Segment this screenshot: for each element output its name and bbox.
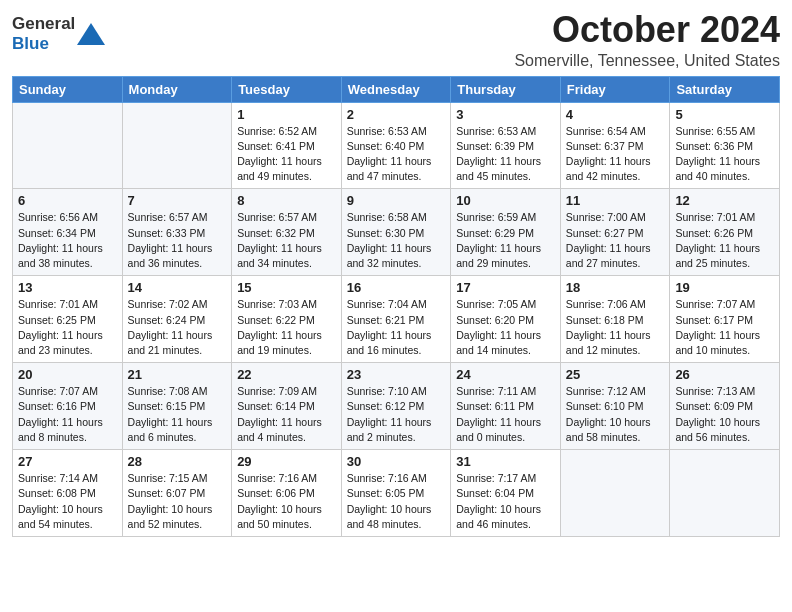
day-info: Sunrise: 6:52 AMSunset: 6:41 PMDaylight:… xyxy=(237,124,336,185)
day-info: Sunrise: 6:53 AMSunset: 6:40 PMDaylight:… xyxy=(347,124,446,185)
table-row: 27Sunrise: 7:14 AMSunset: 6:08 PMDayligh… xyxy=(13,450,123,537)
table-row: 23Sunrise: 7:10 AMSunset: 6:12 PMDayligh… xyxy=(341,363,451,450)
day-info: Sunrise: 7:09 AMSunset: 6:14 PMDaylight:… xyxy=(237,384,336,445)
calendar-header-row: Sunday Monday Tuesday Wednesday Thursday… xyxy=(13,76,780,102)
calendar-week-row: 6Sunrise: 6:56 AMSunset: 6:34 PMDaylight… xyxy=(13,189,780,276)
day-info: Sunrise: 7:15 AMSunset: 6:07 PMDaylight:… xyxy=(128,471,227,532)
day-number: 13 xyxy=(18,280,117,295)
table-row: 17Sunrise: 7:05 AMSunset: 6:20 PMDayligh… xyxy=(451,276,561,363)
day-number: 21 xyxy=(128,367,227,382)
day-info: Sunrise: 7:12 AMSunset: 6:10 PMDaylight:… xyxy=(566,384,665,445)
table-row: 5Sunrise: 6:55 AMSunset: 6:36 PMDaylight… xyxy=(670,102,780,189)
title-block: October 2024 Somerville, Tennessee, Unit… xyxy=(514,10,780,70)
day-info: Sunrise: 6:57 AMSunset: 6:32 PMDaylight:… xyxy=(237,210,336,271)
logo: General Blue xyxy=(12,14,105,53)
day-info: Sunrise: 7:07 AMSunset: 6:16 PMDaylight:… xyxy=(18,384,117,445)
day-info: Sunrise: 6:53 AMSunset: 6:39 PMDaylight:… xyxy=(456,124,555,185)
day-number: 15 xyxy=(237,280,336,295)
table-row xyxy=(670,450,780,537)
day-number: 3 xyxy=(456,107,555,122)
weekday-saturday: Saturday xyxy=(670,76,780,102)
day-number: 23 xyxy=(347,367,446,382)
table-row: 29Sunrise: 7:16 AMSunset: 6:06 PMDayligh… xyxy=(232,450,342,537)
table-row: 8Sunrise: 6:57 AMSunset: 6:32 PMDaylight… xyxy=(232,189,342,276)
day-info: Sunrise: 7:08 AMSunset: 6:15 PMDaylight:… xyxy=(128,384,227,445)
day-number: 29 xyxy=(237,454,336,469)
day-number: 14 xyxy=(128,280,227,295)
day-number: 28 xyxy=(128,454,227,469)
table-row: 18Sunrise: 7:06 AMSunset: 6:18 PMDayligh… xyxy=(560,276,670,363)
day-number: 26 xyxy=(675,367,774,382)
table-row: 22Sunrise: 7:09 AMSunset: 6:14 PMDayligh… xyxy=(232,363,342,450)
day-number: 18 xyxy=(566,280,665,295)
weekday-monday: Monday xyxy=(122,76,232,102)
day-info: Sunrise: 6:59 AMSunset: 6:29 PMDaylight:… xyxy=(456,210,555,271)
table-row: 14Sunrise: 7:02 AMSunset: 6:24 PMDayligh… xyxy=(122,276,232,363)
day-number: 1 xyxy=(237,107,336,122)
day-number: 5 xyxy=(675,107,774,122)
table-row: 24Sunrise: 7:11 AMSunset: 6:11 PMDayligh… xyxy=(451,363,561,450)
table-row: 9Sunrise: 6:58 AMSunset: 6:30 PMDaylight… xyxy=(341,189,451,276)
table-row: 7Sunrise: 6:57 AMSunset: 6:33 PMDaylight… xyxy=(122,189,232,276)
day-info: Sunrise: 7:02 AMSunset: 6:24 PMDaylight:… xyxy=(128,297,227,358)
calendar-week-row: 20Sunrise: 7:07 AMSunset: 6:16 PMDayligh… xyxy=(13,363,780,450)
day-number: 20 xyxy=(18,367,117,382)
table-row: 11Sunrise: 7:00 AMSunset: 6:27 PMDayligh… xyxy=(560,189,670,276)
day-number: 24 xyxy=(456,367,555,382)
day-info: Sunrise: 7:07 AMSunset: 6:17 PMDaylight:… xyxy=(675,297,774,358)
page-container: General Blue October 2024 Somerville, Te… xyxy=(0,0,792,549)
day-info: Sunrise: 7:01 AMSunset: 6:25 PMDaylight:… xyxy=(18,297,117,358)
day-number: 7 xyxy=(128,193,227,208)
day-info: Sunrise: 7:05 AMSunset: 6:20 PMDaylight:… xyxy=(456,297,555,358)
day-info: Sunrise: 6:56 AMSunset: 6:34 PMDaylight:… xyxy=(18,210,117,271)
weekday-sunday: Sunday xyxy=(13,76,123,102)
table-row: 3Sunrise: 6:53 AMSunset: 6:39 PMDaylight… xyxy=(451,102,561,189)
weekday-friday: Friday xyxy=(560,76,670,102)
table-row: 10Sunrise: 6:59 AMSunset: 6:29 PMDayligh… xyxy=(451,189,561,276)
day-info: Sunrise: 6:57 AMSunset: 6:33 PMDaylight:… xyxy=(128,210,227,271)
logo-icon xyxy=(77,23,105,45)
day-info: Sunrise: 6:55 AMSunset: 6:36 PMDaylight:… xyxy=(675,124,774,185)
day-info: Sunrise: 7:00 AMSunset: 6:27 PMDaylight:… xyxy=(566,210,665,271)
day-number: 25 xyxy=(566,367,665,382)
day-number: 6 xyxy=(18,193,117,208)
day-info: Sunrise: 7:01 AMSunset: 6:26 PMDaylight:… xyxy=(675,210,774,271)
table-row: 16Sunrise: 7:04 AMSunset: 6:21 PMDayligh… xyxy=(341,276,451,363)
day-info: Sunrise: 7:17 AMSunset: 6:04 PMDaylight:… xyxy=(456,471,555,532)
day-info: Sunrise: 7:03 AMSunset: 6:22 PMDaylight:… xyxy=(237,297,336,358)
logo-line1: General xyxy=(12,14,75,34)
svg-marker-0 xyxy=(77,23,105,45)
calendar-week-row: 27Sunrise: 7:14 AMSunset: 6:08 PMDayligh… xyxy=(13,450,780,537)
page-header: General Blue October 2024 Somerville, Te… xyxy=(12,10,780,70)
day-number: 9 xyxy=(347,193,446,208)
table-row: 19Sunrise: 7:07 AMSunset: 6:17 PMDayligh… xyxy=(670,276,780,363)
table-row: 6Sunrise: 6:56 AMSunset: 6:34 PMDaylight… xyxy=(13,189,123,276)
day-info: Sunrise: 6:58 AMSunset: 6:30 PMDaylight:… xyxy=(347,210,446,271)
day-number: 12 xyxy=(675,193,774,208)
table-row: 12Sunrise: 7:01 AMSunset: 6:26 PMDayligh… xyxy=(670,189,780,276)
table-row xyxy=(122,102,232,189)
table-row: 30Sunrise: 7:16 AMSunset: 6:05 PMDayligh… xyxy=(341,450,451,537)
table-row: 28Sunrise: 7:15 AMSunset: 6:07 PMDayligh… xyxy=(122,450,232,537)
day-number: 10 xyxy=(456,193,555,208)
table-row: 25Sunrise: 7:12 AMSunset: 6:10 PMDayligh… xyxy=(560,363,670,450)
day-number: 16 xyxy=(347,280,446,295)
month-title: October 2024 xyxy=(514,10,780,50)
day-number: 8 xyxy=(237,193,336,208)
table-row: 15Sunrise: 7:03 AMSunset: 6:22 PMDayligh… xyxy=(232,276,342,363)
day-info: Sunrise: 6:54 AMSunset: 6:37 PMDaylight:… xyxy=(566,124,665,185)
day-info: Sunrise: 7:11 AMSunset: 6:11 PMDaylight:… xyxy=(456,384,555,445)
table-row xyxy=(13,102,123,189)
table-row: 2Sunrise: 6:53 AMSunset: 6:40 PMDaylight… xyxy=(341,102,451,189)
table-row: 21Sunrise: 7:08 AMSunset: 6:15 PMDayligh… xyxy=(122,363,232,450)
weekday-wednesday: Wednesday xyxy=(341,76,451,102)
table-row xyxy=(560,450,670,537)
day-number: 31 xyxy=(456,454,555,469)
table-row: 1Sunrise: 6:52 AMSunset: 6:41 PMDaylight… xyxy=(232,102,342,189)
calendar-table: Sunday Monday Tuesday Wednesday Thursday… xyxy=(12,76,780,537)
calendar-week-row: 1Sunrise: 6:52 AMSunset: 6:41 PMDaylight… xyxy=(13,102,780,189)
day-number: 22 xyxy=(237,367,336,382)
day-info: Sunrise: 7:13 AMSunset: 6:09 PMDaylight:… xyxy=(675,384,774,445)
table-row: 20Sunrise: 7:07 AMSunset: 6:16 PMDayligh… xyxy=(13,363,123,450)
day-info: Sunrise: 7:10 AMSunset: 6:12 PMDaylight:… xyxy=(347,384,446,445)
